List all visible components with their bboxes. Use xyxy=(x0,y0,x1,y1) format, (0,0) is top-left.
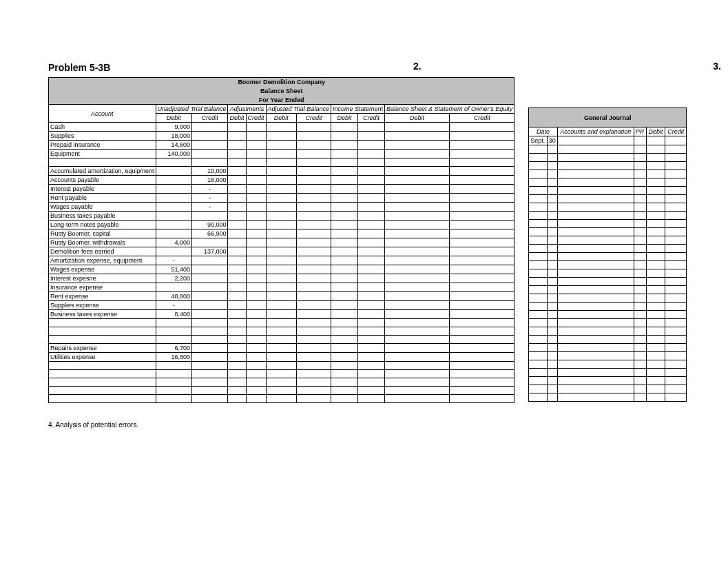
empty-cell xyxy=(266,141,297,150)
empty-cell xyxy=(246,310,266,319)
journal-explanation-cell xyxy=(557,220,634,228)
table-row: Long-term notes payable90,000 xyxy=(49,221,514,229)
table-row xyxy=(49,395,514,403)
journal-row xyxy=(529,311,687,319)
journal-credit-cell xyxy=(665,377,687,385)
empty-cell xyxy=(228,123,246,132)
empty-cell xyxy=(384,256,449,265)
company-name: Boomer Demolition Company xyxy=(49,78,514,87)
journal-pr-cell xyxy=(634,195,646,203)
table-row: Business taxes expense8,400 xyxy=(49,310,514,319)
empty-cell xyxy=(384,141,449,150)
empty-cell xyxy=(384,221,449,229)
journal-row xyxy=(529,344,687,352)
sub-header-debit: Debit xyxy=(266,114,297,123)
empty-cell xyxy=(384,353,449,362)
journal-date-month-cell xyxy=(529,245,547,253)
empty-cell xyxy=(246,319,266,327)
table-row xyxy=(49,378,514,387)
empty-cell xyxy=(384,123,449,132)
journal-row xyxy=(529,220,687,228)
journal-row xyxy=(529,170,687,178)
account-cell xyxy=(49,387,156,395)
empty-cell xyxy=(228,395,246,403)
table-row: Wages payable- xyxy=(49,203,514,212)
table-row: Amortization expense, equipment- xyxy=(49,256,514,265)
journal-date-day-cell xyxy=(547,170,557,178)
empty-cell xyxy=(246,212,266,221)
account-cell: Cash xyxy=(49,123,156,132)
journal-debit-cell xyxy=(646,385,665,393)
journal-pr-cell xyxy=(634,360,646,369)
journal-row xyxy=(529,145,687,154)
table-row xyxy=(49,370,514,378)
account-cell: Business taxes expense xyxy=(49,310,156,319)
journal-pr-cell xyxy=(634,145,646,154)
empty-cell xyxy=(297,274,331,283)
empty-cell xyxy=(331,238,357,247)
utb-debit-cell xyxy=(156,221,191,229)
account-cell: Wages payable xyxy=(49,203,156,212)
journal-date-day-cell xyxy=(547,212,557,220)
empty-cell xyxy=(331,123,357,132)
journal-date-month-cell xyxy=(529,278,547,286)
empty-cell xyxy=(357,150,384,158)
empty-cell xyxy=(450,212,514,221)
empty-cell xyxy=(228,301,246,310)
journal-credit-cell xyxy=(665,319,687,327)
journal-debit-cell xyxy=(646,195,665,203)
journal-pr-cell xyxy=(634,220,646,228)
table-row: Rusty Boomer, capital66,900 xyxy=(49,229,514,238)
empty-cell xyxy=(228,362,246,370)
empty-cell xyxy=(228,238,246,247)
empty-cell xyxy=(266,362,297,370)
empty-cell xyxy=(297,370,331,378)
journal-explanation-cell xyxy=(557,377,634,385)
journal-title: General Journal xyxy=(529,108,687,127)
empty-cell xyxy=(384,212,449,221)
account-cell: Insurance expense xyxy=(49,283,156,292)
empty-cell xyxy=(357,292,384,301)
empty-cell xyxy=(331,327,357,336)
journal-row xyxy=(529,278,687,286)
table-row: Supplies18,000 xyxy=(49,132,514,141)
empty-cell xyxy=(357,265,384,274)
account-cell xyxy=(49,158,156,167)
journal-date-month-cell xyxy=(529,170,547,178)
journal-row xyxy=(529,393,687,402)
utb-debit-cell: 4,000 xyxy=(156,238,191,247)
empty-cell xyxy=(357,194,384,203)
empty-cell xyxy=(228,132,246,141)
table-row: Rusty Boomer, withdrawals4,000 xyxy=(49,238,514,247)
account-cell: Rent expense xyxy=(49,292,156,301)
journal-row xyxy=(529,187,687,195)
empty-cell xyxy=(246,158,266,167)
empty-cell xyxy=(246,283,266,292)
empty-cell xyxy=(384,176,449,185)
table-row xyxy=(49,158,514,167)
journal-row xyxy=(529,286,687,294)
empty-cell xyxy=(331,150,357,158)
utb-debit-cell: - xyxy=(156,256,191,265)
empty-cell xyxy=(266,344,297,353)
empty-cell xyxy=(297,344,331,353)
journal-pr-cell xyxy=(634,261,646,269)
empty-cell xyxy=(384,327,449,336)
empty-cell xyxy=(297,141,331,150)
journal-pr-cell xyxy=(634,253,646,261)
empty-cell xyxy=(266,150,297,158)
empty-cell xyxy=(357,344,384,353)
journal-credit-cell xyxy=(665,162,687,170)
col-header-atb: Adjusted Trial Balance xyxy=(266,105,331,114)
empty-cell xyxy=(246,194,266,203)
journal-date-day-cell xyxy=(547,154,557,162)
journal-date-day-cell xyxy=(547,393,557,402)
journal-credit-cell xyxy=(665,220,687,228)
journal-pr-cell xyxy=(634,385,646,393)
journal-date-day-cell xyxy=(547,269,557,278)
journal-credit-cell xyxy=(665,311,687,319)
journal-row: Sept.30 xyxy=(529,136,687,145)
empty-cell xyxy=(297,229,331,238)
empty-cell xyxy=(246,265,266,274)
utb-credit-cell xyxy=(192,141,228,150)
